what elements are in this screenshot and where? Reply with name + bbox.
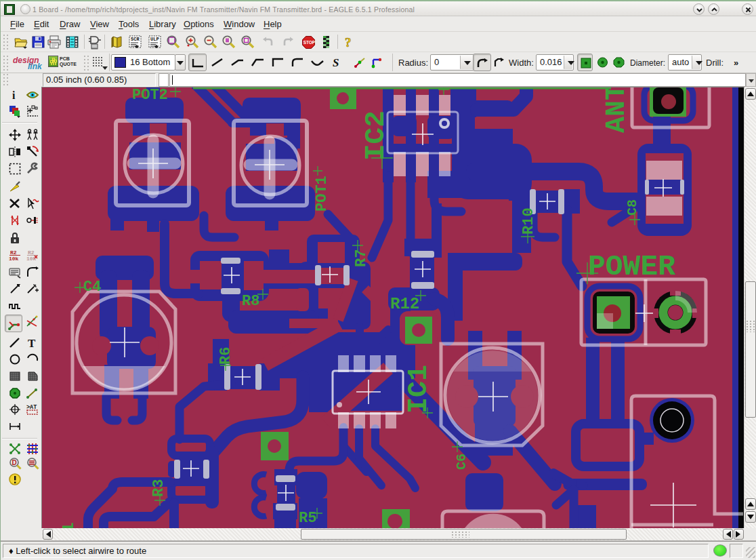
- svg-text:R3: R3: [150, 479, 167, 497]
- svg-text:C8: C8: [625, 199, 640, 216]
- svg-text:SCR: SCR: [131, 37, 140, 42]
- svg-text:POWER: POWER: [588, 250, 675, 283]
- svg-text:POT1: POT1: [314, 176, 331, 212]
- svg-text:?: ?: [345, 35, 352, 49]
- svg-text:R12: R12: [390, 295, 419, 313]
- svg-text:IC1: IC1: [404, 365, 434, 414]
- svg-text:POT2: POT2: [132, 87, 168, 104]
- svg-text:S: S: [333, 56, 339, 69]
- svg-text:R2: R2: [28, 249, 35, 256]
- svg-text:R10: R10: [520, 207, 537, 235]
- svg-text:ULP: ULP: [150, 37, 159, 42]
- svg-text:R8: R8: [242, 293, 259, 310]
- svg-text:R2: R2: [10, 249, 17, 256]
- svg-text:IC2: IC2: [360, 111, 392, 161]
- svg-text:1: 1: [60, 523, 78, 528]
- svg-text:STOP: STOP: [303, 40, 316, 45]
- svg-text:i: i: [12, 89, 16, 101]
- svg-text:10k: 10k: [9, 256, 19, 262]
- svg-text:ANT: ANT: [602, 87, 632, 133]
- svg-text:C6: C6: [454, 454, 469, 470]
- svg-text:R5: R5: [299, 510, 316, 527]
- svg-text:C4: C4: [83, 279, 101, 296]
- svg-text:T: T: [28, 337, 36, 350]
- svg-text:D: D: [12, 459, 17, 466]
- svg-text:R7: R7: [353, 249, 370, 267]
